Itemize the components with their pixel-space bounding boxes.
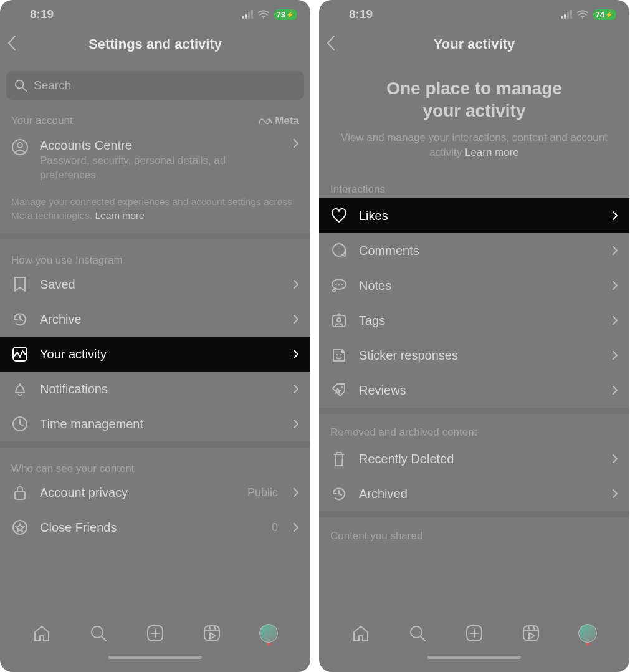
row-account-privacy[interactable]: Account privacy Public xyxy=(0,475,310,510)
svg-line-41 xyxy=(533,626,535,630)
row-your-activity[interactable]: Your activity xyxy=(0,337,310,372)
heart-icon xyxy=(330,207,348,224)
svg-point-24 xyxy=(338,284,340,286)
row-time-management[interactable]: Time management xyxy=(0,406,310,441)
row-recently-deleted[interactable]: Recently Deleted xyxy=(319,441,629,476)
row-reviews[interactable]: Reviews xyxy=(319,373,629,408)
row-archive[interactable]: Archive xyxy=(0,302,310,337)
svg-marker-32 xyxy=(335,388,341,393)
row-value: 0 xyxy=(272,521,278,534)
tab-reels[interactable] xyxy=(203,624,221,643)
row-close-friends[interactable]: Close Friends 0 xyxy=(0,510,310,545)
trash-icon xyxy=(330,450,348,468)
chevron-right-icon xyxy=(293,314,299,324)
section-visibility: Who can see your content xyxy=(0,448,310,475)
tab-create[interactable] xyxy=(465,624,484,643)
row-title: Notes xyxy=(359,279,601,293)
section-label: Who can see your content xyxy=(11,463,135,475)
avatar-icon xyxy=(578,624,597,643)
cellular-icon xyxy=(561,10,572,19)
svg-point-1 xyxy=(16,80,24,89)
bookmark-icon xyxy=(11,276,29,293)
wifi-icon xyxy=(576,9,589,19)
meta-logo: Meta xyxy=(259,115,299,127)
row-title: Archive xyxy=(40,312,282,327)
chevron-right-icon xyxy=(293,384,299,394)
row-title: Time management xyxy=(40,417,282,431)
row-sticker-responses[interactable]: Sticker responses xyxy=(319,338,629,373)
row-comments[interactable]: Comments xyxy=(319,233,629,268)
svg-line-34 xyxy=(421,636,425,641)
row-likes[interactable]: Likes xyxy=(319,198,629,233)
divider xyxy=(0,441,310,448)
row-title: Notifications xyxy=(40,382,282,396)
chevron-right-icon xyxy=(293,419,299,429)
chevron-right-icon xyxy=(612,350,618,360)
learn-more-link[interactable]: Learn more xyxy=(95,210,144,221)
page-title: Settings and activity xyxy=(88,36,222,52)
battery-indicator: 73 xyxy=(274,9,297,20)
status-time: 8:19 xyxy=(30,7,54,21)
hero-body: View and manage your interactions, conte… xyxy=(336,130,612,160)
tab-home[interactable] xyxy=(32,624,51,643)
chevron-right-icon xyxy=(612,246,618,256)
clock-icon xyxy=(11,415,29,433)
search-input[interactable] xyxy=(34,79,297,92)
avatar-icon xyxy=(259,624,278,643)
svg-point-0 xyxy=(263,17,264,19)
row-title: Accounts Centre xyxy=(40,138,282,153)
row-title: Recently Deleted xyxy=(359,452,601,466)
tab-home[interactable] xyxy=(351,624,370,643)
lock-icon xyxy=(11,484,29,501)
status-bar: 8:19 74 xyxy=(319,0,629,29)
row-value: Public xyxy=(247,486,278,499)
thought-icon xyxy=(330,277,348,294)
tab-profile[interactable] xyxy=(578,624,597,643)
row-notes[interactable]: Notes xyxy=(319,268,629,303)
history-icon xyxy=(11,310,29,328)
row-accounts-centre[interactable]: Accounts Centre Password, security, pers… xyxy=(0,127,310,191)
hero: One place to manageyour activity View an… xyxy=(319,60,629,171)
tab-profile[interactable] xyxy=(259,624,278,643)
row-title: Likes xyxy=(359,209,601,223)
svg-point-29 xyxy=(336,354,338,356)
battery-indicator: 74 xyxy=(593,9,616,20)
svg-point-28 xyxy=(337,318,341,322)
row-archived[interactable]: Archived xyxy=(319,476,629,511)
hero-title: One place to manageyour activity xyxy=(336,77,612,123)
svg-marker-10 xyxy=(16,524,24,532)
star-circle-icon xyxy=(11,519,29,536)
search-field[interactable] xyxy=(6,71,304,100)
back-button[interactable] xyxy=(325,34,336,52)
tab-bar xyxy=(0,611,310,656)
svg-point-23 xyxy=(335,284,337,286)
svg-point-30 xyxy=(340,354,342,356)
activity-icon xyxy=(11,345,29,363)
svg-line-40 xyxy=(528,626,530,630)
divider xyxy=(319,511,629,517)
screenshot-settings: 8:19 73 Settings and activity Your accou… xyxy=(0,0,310,672)
tab-search[interactable] xyxy=(89,624,108,643)
row-notifications[interactable]: Notifications xyxy=(0,372,310,406)
row-title: Close Friends xyxy=(40,521,260,535)
row-subtitle: Password, security, personal details, ad… xyxy=(40,154,282,183)
back-button[interactable] xyxy=(6,34,17,52)
svg-line-12 xyxy=(102,636,106,641)
tab-reels[interactable] xyxy=(522,624,540,643)
section-label: How you use Instagram xyxy=(11,254,123,267)
svg-point-31 xyxy=(341,386,343,388)
wifi-icon xyxy=(257,9,270,19)
section-removed: Removed and archived content xyxy=(319,414,629,441)
row-tags[interactable]: Tags xyxy=(319,303,629,338)
row-title: Your activity xyxy=(40,347,282,362)
cellular-icon xyxy=(242,10,253,19)
bell-icon xyxy=(11,380,29,398)
status-bar: 8:19 73 xyxy=(0,0,310,29)
chevron-right-icon xyxy=(293,522,299,532)
tab-create[interactable] xyxy=(146,624,165,643)
chevron-right-icon xyxy=(612,281,618,290)
tab-search[interactable] xyxy=(408,624,427,643)
learn-more-link[interactable]: Learn more xyxy=(465,146,519,158)
row-saved[interactable]: Saved xyxy=(0,267,310,302)
row-title: Reviews xyxy=(359,383,601,398)
